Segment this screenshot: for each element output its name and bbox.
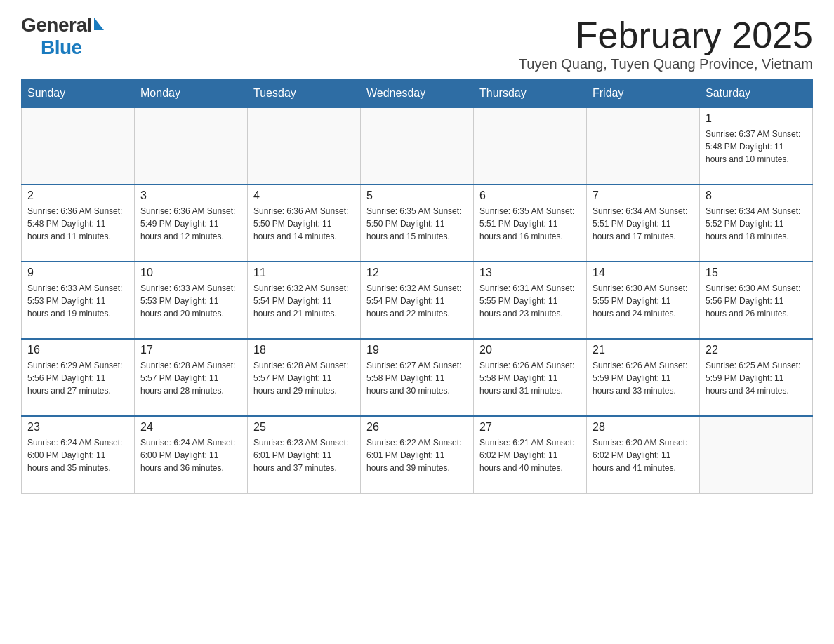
calendar-cell: [587, 107, 700, 185]
title-section: February 2025 Tuyen Quang, Tuyen Quang P…: [519, 14, 813, 72]
day-of-week-header: Friday: [587, 80, 700, 108]
day-info: Sunrise: 6:36 AM Sunset: 5:50 PM Dayligh…: [253, 205, 355, 243]
day-number: 27: [479, 421, 581, 434]
logo: General Blue: [21, 14, 104, 59]
day-info: Sunrise: 6:34 AM Sunset: 5:52 PM Dayligh…: [706, 205, 807, 243]
day-number: 11: [253, 267, 355, 279]
day-info: Sunrise: 6:28 AM Sunset: 5:57 PM Dayligh…: [140, 359, 241, 397]
calendar-cell: 22Sunrise: 6:25 AM Sunset: 5:59 PM Dayli…: [700, 339, 813, 416]
calendar-cell: 24Sunrise: 6:24 AM Sunset: 6:00 PM Dayli…: [135, 416, 248, 493]
calendar-week-row: 9Sunrise: 6:33 AM Sunset: 5:53 PM Daylig…: [22, 262, 813, 339]
day-info: Sunrise: 6:32 AM Sunset: 5:54 PM Dayligh…: [253, 282, 355, 320]
day-number: 5: [366, 189, 468, 202]
calendar-week-row: 1Sunrise: 6:37 AM Sunset: 5:48 PM Daylig…: [22, 107, 813, 185]
day-number: 19: [366, 344, 468, 356]
day-of-week-header: Sunday: [22, 80, 135, 108]
calendar-cell: 15Sunrise: 6:30 AM Sunset: 5:56 PM Dayli…: [700, 262, 813, 339]
day-number: 7: [593, 189, 694, 202]
page-subtitle: Tuyen Quang, Tuyen Quang Province, Vietn…: [519, 56, 813, 72]
day-info: Sunrise: 6:21 AM Sunset: 6:02 PM Dayligh…: [479, 436, 581, 474]
day-number: 22: [706, 344, 807, 356]
day-info: Sunrise: 6:32 AM Sunset: 5:54 PM Dayligh…: [366, 282, 468, 320]
day-info: Sunrise: 6:27 AM Sunset: 5:58 PM Dayligh…: [366, 359, 468, 397]
day-number: 13: [479, 267, 581, 279]
day-info: Sunrise: 6:30 AM Sunset: 5:55 PM Dayligh…: [593, 282, 694, 320]
calendar-cell: [135, 107, 248, 185]
day-info: Sunrise: 6:26 AM Sunset: 5:58 PM Dayligh…: [479, 359, 581, 397]
calendar-cell: [22, 107, 135, 185]
day-info: Sunrise: 6:36 AM Sunset: 5:49 PM Dayligh…: [140, 205, 241, 243]
page-header: General Blue February 2025 Tuyen Quang, …: [21, 14, 813, 72]
logo-blue-text: Blue: [41, 36, 82, 58]
day-info: Sunrise: 6:26 AM Sunset: 5:59 PM Dayligh…: [593, 359, 694, 397]
calendar-cell: 21Sunrise: 6:26 AM Sunset: 5:59 PM Dayli…: [587, 339, 700, 416]
day-of-week-header: Tuesday: [248, 80, 361, 108]
calendar-cell: 5Sunrise: 6:35 AM Sunset: 5:50 PM Daylig…: [361, 185, 474, 262]
day-number: 24: [140, 421, 241, 434]
calendar-cell: 4Sunrise: 6:36 AM Sunset: 5:50 PM Daylig…: [248, 185, 361, 262]
day-info: Sunrise: 6:24 AM Sunset: 6:00 PM Dayligh…: [27, 436, 128, 474]
day-of-week-header: Saturday: [700, 80, 813, 108]
calendar-cell: 28Sunrise: 6:20 AM Sunset: 6:02 PM Dayli…: [587, 416, 700, 493]
calendar-cell: 18Sunrise: 6:28 AM Sunset: 5:57 PM Dayli…: [248, 339, 361, 416]
day-info: Sunrise: 6:23 AM Sunset: 6:01 PM Dayligh…: [253, 436, 355, 474]
calendar-cell: 10Sunrise: 6:33 AM Sunset: 5:53 PM Dayli…: [135, 262, 248, 339]
day-of-week-header: Wednesday: [361, 80, 474, 108]
day-number: 20: [479, 344, 581, 356]
calendar-cell: 7Sunrise: 6:34 AM Sunset: 5:51 PM Daylig…: [587, 185, 700, 262]
day-number: 8: [706, 189, 807, 202]
day-info: Sunrise: 6:35 AM Sunset: 5:50 PM Dayligh…: [366, 205, 468, 243]
day-number: 17: [140, 344, 241, 356]
day-number: 10: [140, 267, 241, 279]
day-number: 2: [27, 189, 128, 202]
day-info: Sunrise: 6:34 AM Sunset: 5:51 PM Dayligh…: [593, 205, 694, 243]
day-of-week-header: Monday: [135, 80, 248, 108]
calendar-cell: 14Sunrise: 6:30 AM Sunset: 5:55 PM Dayli…: [587, 262, 700, 339]
calendar-cell: 25Sunrise: 6:23 AM Sunset: 6:01 PM Dayli…: [248, 416, 361, 493]
day-number: 21: [593, 344, 694, 356]
calendar-cell: 3Sunrise: 6:36 AM Sunset: 5:49 PM Daylig…: [135, 185, 248, 262]
calendar-cell: 13Sunrise: 6:31 AM Sunset: 5:55 PM Dayli…: [474, 262, 587, 339]
calendar-week-row: 23Sunrise: 6:24 AM Sunset: 6:00 PM Dayli…: [22, 416, 813, 493]
day-number: 6: [479, 189, 581, 202]
day-of-week-header: Thursday: [474, 80, 587, 108]
calendar-table: SundayMondayTuesdayWednesdayThursdayFrid…: [21, 79, 813, 494]
calendar-week-row: 2Sunrise: 6:36 AM Sunset: 5:48 PM Daylig…: [22, 185, 813, 262]
day-number: 18: [253, 344, 355, 356]
calendar-cell: 8Sunrise: 6:34 AM Sunset: 5:52 PM Daylig…: [700, 185, 813, 262]
calendar-cell: 6Sunrise: 6:35 AM Sunset: 5:51 PM Daylig…: [474, 185, 587, 262]
day-info: Sunrise: 6:29 AM Sunset: 5:56 PM Dayligh…: [27, 359, 128, 397]
calendar-cell: 2Sunrise: 6:36 AM Sunset: 5:48 PM Daylig…: [22, 185, 135, 262]
calendar-cell: 9Sunrise: 6:33 AM Sunset: 5:53 PM Daylig…: [22, 262, 135, 339]
day-info: Sunrise: 6:33 AM Sunset: 5:53 PM Dayligh…: [140, 282, 241, 320]
calendar-cell: 23Sunrise: 6:24 AM Sunset: 6:00 PM Dayli…: [22, 416, 135, 493]
calendar-cell: [700, 416, 813, 493]
day-number: 3: [140, 189, 241, 202]
calendar-cell: [248, 107, 361, 185]
calendar-cell: [474, 107, 587, 185]
day-info: Sunrise: 6:24 AM Sunset: 6:00 PM Dayligh…: [140, 436, 241, 474]
day-info: Sunrise: 6:35 AM Sunset: 5:51 PM Dayligh…: [479, 205, 581, 243]
day-number: 25: [253, 421, 355, 434]
day-number: 28: [593, 421, 694, 434]
day-info: Sunrise: 6:33 AM Sunset: 5:53 PM Dayligh…: [27, 282, 128, 320]
day-number: 4: [253, 189, 355, 202]
calendar-header-row: SundayMondayTuesdayWednesdayThursdayFrid…: [22, 80, 813, 108]
day-number: 15: [706, 267, 807, 279]
day-number: 9: [27, 267, 128, 279]
logo-general-text: General: [21, 14, 92, 36]
calendar-cell: 1Sunrise: 6:37 AM Sunset: 5:48 PM Daylig…: [700, 107, 813, 185]
calendar-cell: 19Sunrise: 6:27 AM Sunset: 5:58 PM Dayli…: [361, 339, 474, 416]
calendar-cell: 20Sunrise: 6:26 AM Sunset: 5:58 PM Dayli…: [474, 339, 587, 416]
calendar-cell: 16Sunrise: 6:29 AM Sunset: 5:56 PM Dayli…: [22, 339, 135, 416]
day-info: Sunrise: 6:30 AM Sunset: 5:56 PM Dayligh…: [706, 282, 807, 320]
day-number: 1: [706, 112, 807, 125]
calendar-cell: 27Sunrise: 6:21 AM Sunset: 6:02 PM Dayli…: [474, 416, 587, 493]
calendar-week-row: 16Sunrise: 6:29 AM Sunset: 5:56 PM Dayli…: [22, 339, 813, 416]
day-info: Sunrise: 6:22 AM Sunset: 6:01 PM Dayligh…: [366, 436, 468, 474]
calendar-cell: 17Sunrise: 6:28 AM Sunset: 5:57 PM Dayli…: [135, 339, 248, 416]
calendar-cell: 11Sunrise: 6:32 AM Sunset: 5:54 PM Dayli…: [248, 262, 361, 339]
day-info: Sunrise: 6:28 AM Sunset: 5:57 PM Dayligh…: [253, 359, 355, 397]
page-title: February 2025: [519, 14, 813, 56]
day-info: Sunrise: 6:37 AM Sunset: 5:48 PM Dayligh…: [706, 128, 807, 166]
